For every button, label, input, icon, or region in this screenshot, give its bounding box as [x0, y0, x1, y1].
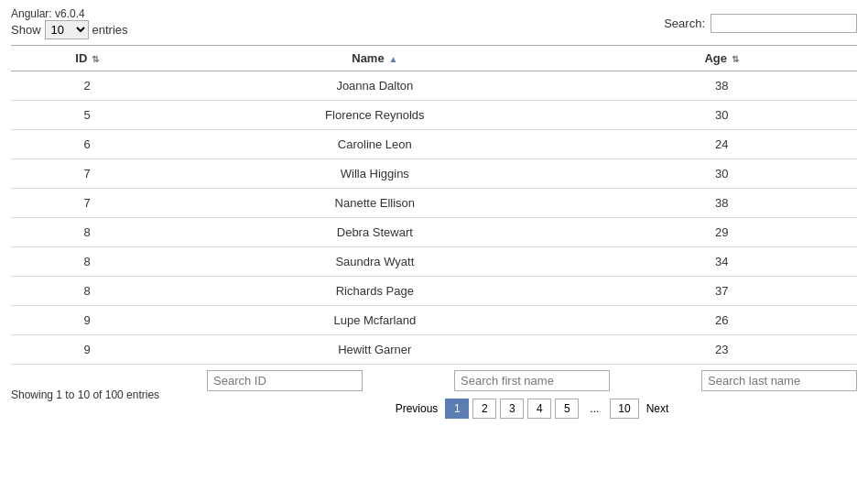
- cell-id: 2: [11, 71, 163, 101]
- table-row: 8Saundra Wyatt34: [11, 247, 857, 277]
- cell-name: Saundra Wyatt: [163, 247, 586, 277]
- cell-id: 8: [11, 277, 163, 306]
- cell-name: Richards Page: [163, 277, 586, 306]
- table-row: 7Nanette Ellison38: [11, 189, 857, 218]
- table-row: 8Richards Page37: [11, 277, 857, 306]
- cell-name: Nanette Ellison: [163, 189, 586, 218]
- table-row: 7Willa Higgins30: [11, 159, 857, 189]
- global-search-input[interactable]: [711, 14, 857, 33]
- page-button-1[interactable]: 1: [445, 399, 469, 419]
- cell-id: 9: [11, 306, 163, 335]
- col-header-age[interactable]: Age ⇅: [586, 46, 857, 71]
- cell-id: 9: [11, 335, 163, 365]
- cell-age: 37: [586, 277, 857, 306]
- ellipsis: ...: [582, 399, 606, 418]
- page-button-2[interactable]: 2: [472, 399, 496, 419]
- app-version: Angular: v6.0.4: [11, 7, 128, 20]
- table-row: 8Debra Stewart29: [11, 218, 857, 247]
- col-header-name[interactable]: Name ▲: [163, 46, 586, 71]
- cell-name: Hewitt Garner: [163, 335, 586, 365]
- cell-name: Florence Reynolds: [163, 101, 586, 130]
- table-row: 2Joanna Dalton38: [11, 71, 857, 101]
- cell-name: Lupe Mcfarland: [163, 306, 586, 335]
- entries-select[interactable]: 102550100: [45, 20, 89, 39]
- next-button[interactable]: Next: [643, 399, 673, 418]
- cell-id: 8: [11, 247, 163, 277]
- entries-label: entries: [92, 23, 128, 37]
- cell-age: 24: [586, 130, 857, 159]
- cell-age: 38: [586, 189, 857, 218]
- search-last-input[interactable]: [701, 370, 857, 391]
- cell-id: 6: [11, 130, 163, 159]
- table-row: 9Lupe Mcfarland26: [11, 306, 857, 335]
- cell-age: 29: [586, 218, 857, 247]
- search-id-input[interactable]: [207, 370, 363, 391]
- cell-name: Joanna Dalton: [163, 71, 586, 101]
- cell-name: Debra Stewart: [163, 218, 586, 247]
- table-row: 9Hewitt Garner23: [11, 335, 857, 365]
- cell-age: 38: [586, 71, 857, 101]
- table-row: 5Florence Reynolds30: [11, 101, 857, 130]
- search-label: Search:: [664, 16, 705, 30]
- page-button-4[interactable]: 4: [527, 399, 551, 419]
- cell-name: Willa Higgins: [163, 159, 586, 189]
- cell-age: 23: [586, 335, 857, 365]
- table-row: 6Caroline Leon24: [11, 130, 857, 159]
- cell-age: 26: [586, 306, 857, 335]
- cell-name: Caroline Leon: [163, 130, 586, 159]
- prev-button[interactable]: Previous: [392, 399, 442, 418]
- page-button-10[interactable]: 10: [610, 399, 638, 419]
- cell-age: 34: [586, 247, 857, 277]
- page-button-5[interactable]: 5: [555, 399, 579, 419]
- col-header-id[interactable]: ID ⇅: [11, 46, 163, 71]
- cell-age: 30: [586, 101, 857, 130]
- showing-text: Showing 1 to 10 of 100 entries: [11, 388, 159, 401]
- cell-id: 5: [11, 101, 163, 130]
- show-label: Show: [11, 23, 41, 37]
- search-first-input[interactable]: [454, 370, 610, 391]
- page-button-3[interactable]: 3: [500, 399, 524, 419]
- cell-age: 30: [586, 159, 857, 189]
- cell-id: 7: [11, 159, 163, 189]
- cell-id: 8: [11, 218, 163, 247]
- cell-id: 7: [11, 189, 163, 218]
